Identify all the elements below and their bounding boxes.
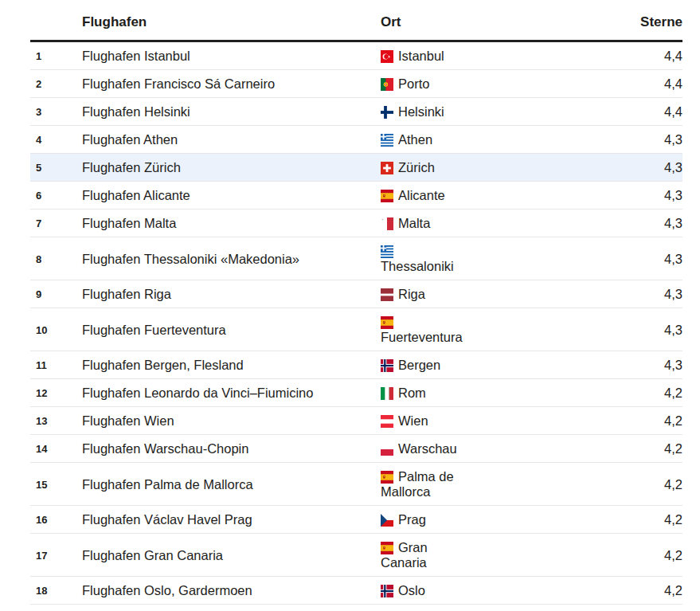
stars-cell: 4,2 — [470, 379, 682, 407]
airport-name-cell: Flughafen Istanbul — [82, 41, 381, 70]
city-cell: Riga — [381, 280, 470, 308]
rank-cell: 10 — [30, 308, 82, 351]
table-row: 17Flughafen Gran CanariaGran Canaria4,2 — [30, 534, 682, 577]
rank-cell: 4 — [30, 126, 82, 154]
city-cell: Rom — [381, 379, 470, 407]
table-row: 18Flughafen Oslo, GardermoenOslo4,2 — [30, 577, 682, 605]
city-label: Fuerteventura — [381, 330, 463, 344]
airport-name-cell: Flughafen Václav Havel Prag — [82, 506, 381, 534]
city-label: Istanbul — [398, 49, 444, 63]
rank-cell: 5 — [30, 154, 82, 182]
airport-name-cell: Flughafen Bergen, Flesland — [82, 351, 381, 379]
spain-flag-icon — [381, 316, 393, 329]
table-row: 2Flughafen Francisco Sá CarneiroPorto4,4 — [30, 70, 682, 98]
malta-flag-icon — [381, 217, 393, 230]
city-label: Riga — [398, 287, 425, 301]
switzerland-flag-icon — [381, 162, 393, 174]
rank-cell: 15 — [30, 463, 82, 506]
stars-cell: 4,3 — [470, 182, 682, 210]
airport-name-cell: Flughafen Alicante — [82, 182, 381, 210]
rank-cell: 12 — [30, 379, 82, 407]
stars-cell: 4,2 — [470, 407, 682, 435]
city-cell: Helsinki — [381, 98, 470, 126]
city-label: Prag — [398, 512, 426, 527]
rank-cell: 11 — [30, 351, 82, 379]
city-label: Wien — [398, 413, 428, 428]
city-cell: Thessaloniki — [381, 237, 470, 280]
city-label: Alicante — [398, 188, 445, 202]
stars-cell: 4,4 — [470, 41, 682, 70]
city-label: Athen — [398, 132, 432, 147]
header-row: Flughafen Ort Sterne — [30, 10, 682, 41]
rank-cell: 1 — [30, 41, 82, 70]
table-row: 16Flughafen Václav Havel PragPrag4,2 — [30, 506, 682, 534]
column-header-ort: Ort — [381, 10, 470, 41]
table-row: 13Flughafen WienWien4,2 — [30, 407, 682, 435]
table-row: 12Flughafen Leonardo da Vinci–FiumicinoR… — [30, 379, 682, 407]
rank-cell: 16 — [30, 506, 82, 534]
czechia-flag-icon — [381, 514, 393, 527]
stars-cell: 4,3 — [470, 154, 682, 182]
airport-ranking-table: Flughafen Ort Sterne 1Flughafen Istanbul… — [30, 10, 682, 605]
city-cell: Zürich — [381, 154, 470, 182]
airport-name-cell: Flughafen Athen — [82, 126, 381, 154]
rank-cell: 17 — [30, 534, 82, 577]
spain-flag-icon — [381, 542, 393, 554]
stars-cell: 4,3 — [470, 126, 682, 154]
city-label: Helsinki — [398, 104, 444, 119]
airport-name-cell: Flughafen Palma de Mallorca — [82, 463, 381, 506]
austria-flag-icon — [381, 415, 393, 428]
city-label: Rom — [398, 386, 426, 400]
stars-cell: 4,4 — [470, 98, 682, 126]
table-row: 15Flughafen Palma de MallorcaPalma de Ma… — [30, 463, 682, 506]
city-cell: Prag — [381, 506, 470, 534]
rank-cell: 14 — [30, 435, 82, 463]
turkey-flag-icon — [381, 50, 393, 63]
city-cell: Bergen — [381, 351, 470, 379]
stars-cell: 4,3 — [470, 351, 682, 379]
city-cell: Malta — [381, 210, 470, 237]
city-label: Bergen — [398, 358, 440, 372]
rank-cell: 13 — [30, 407, 82, 435]
city-cell: Gran Canaria — [381, 534, 470, 577]
spain-flag-icon — [381, 190, 393, 202]
table-row: 9Flughafen RigaRiga4,3 — [30, 280, 682, 308]
column-header-flughafen: Flughafen — [82, 10, 381, 41]
city-label: Malta — [398, 216, 430, 230]
table-row: 8Flughafen Thessaloniki «Makedonia»Thess… — [30, 237, 682, 280]
table-row: 10Flughafen FuerteventuraFuerteventura4,… — [30, 308, 682, 351]
finland-flag-icon — [381, 106, 393, 119]
airport-name-cell: Flughafen Fuerteventura — [82, 308, 381, 351]
city-cell: Alicante — [381, 182, 470, 210]
city-cell: Porto — [381, 70, 470, 98]
city-label: Warschau — [398, 441, 457, 456]
airport-name-cell: Flughafen Zürich — [82, 154, 381, 182]
airport-name-cell: Flughafen Riga — [82, 280, 381, 308]
table-row: 5Flughafen ZürichZürich4,3 — [30, 154, 682, 182]
airport-name-cell: Flughafen Francisco Sá Carneiro — [82, 70, 381, 98]
latvia-flag-icon — [381, 288, 393, 301]
table-row: 4Flughafen AthenAthen4,3 — [30, 126, 682, 154]
norway-flag-icon — [381, 585, 393, 597]
table-row: 6Flughafen AlicanteAlicante4,3 — [30, 182, 682, 210]
stars-cell: 4,2 — [470, 435, 682, 463]
italy-flag-icon — [381, 387, 393, 400]
spain-flag-icon — [381, 471, 393, 484]
city-label: Zürich — [398, 160, 435, 174]
stars-cell: 4,3 — [470, 237, 682, 280]
city-cell: Fuerteventura — [381, 308, 470, 351]
table-row: 3Flughafen HelsinkiHelsinki4,4 — [30, 98, 682, 126]
airport-ranking-page: Flughafen Ort Sterne 1Flughafen Istanbul… — [0, 10, 700, 605]
city-cell: Warschau — [381, 435, 470, 463]
greece-flag-icon — [381, 134, 393, 147]
city-label: Thessaloniki — [381, 259, 454, 273]
table-row: 14Flughafen Warschau-ChopinWarschau4,2 — [30, 435, 682, 463]
stars-cell: 4,3 — [470, 308, 682, 351]
rank-cell: 3 — [30, 98, 82, 126]
stars-cell: 4,2 — [470, 534, 682, 577]
city-cell: Wien — [381, 407, 470, 435]
airport-name-cell: Flughafen Wien — [82, 407, 381, 435]
poland-flag-icon — [381, 443, 393, 456]
stars-cell: 4,2 — [470, 463, 682, 506]
table-row: 11Flughafen Bergen, FleslandBergen4,3 — [30, 351, 682, 379]
